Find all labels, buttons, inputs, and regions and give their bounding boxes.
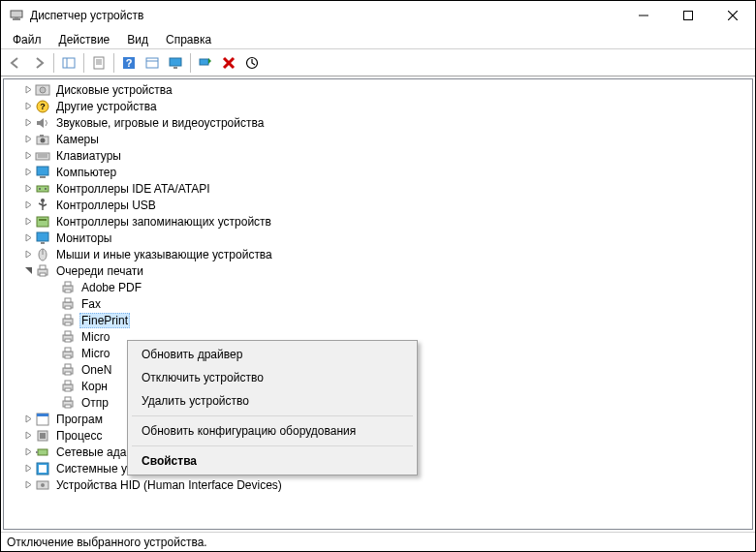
expand-icon[interactable]: [21, 462, 35, 475]
printer-icon: [60, 362, 76, 378]
context-menu-item[interactable]: Удалить устройство: [130, 389, 415, 413]
svg-rect-18: [173, 67, 177, 69]
minimize-button[interactable]: [621, 1, 666, 30]
tree-category-label: Другие устройства: [54, 100, 159, 113]
tree-category-label: Устройства HID (Human Interface Devices): [54, 478, 284, 492]
expand-icon[interactable]: [21, 445, 35, 459]
statusbar: Отключение выбранного устройства.: [1, 532, 755, 551]
tree-category[interactable]: Камеры: [4, 131, 752, 147]
toolbar-separator: [53, 53, 54, 73]
expand-icon[interactable]: [21, 166, 35, 179]
menu-help[interactable]: Справка: [158, 31, 219, 48]
tree-category-label: Процесс: [54, 429, 104, 443]
options-button[interactable]: [142, 52, 163, 74]
menu-file[interactable]: Файл: [5, 31, 49, 48]
context-menu-separator: [132, 445, 413, 446]
tree-category[interactable]: Контроллеры USB: [4, 197, 752, 213]
help-button[interactable]: ?: [118, 52, 140, 74]
svg-rect-43: [39, 219, 47, 221]
tree-category[interactable]: Мониторы: [4, 230, 752, 246]
printer-icon: [60, 296, 76, 312]
expand-icon[interactable]: [21, 199, 35, 212]
expand-icon[interactable]: [21, 248, 35, 261]
tree-device[interactable]: Fax: [4, 295, 752, 312]
expand-icon[interactable]: [21, 182, 35, 196]
tree-device-label: Micro: [79, 347, 111, 360]
tree-category[interactable]: Дисковые устройства: [4, 81, 752, 98]
tree-category-label: Мыши и иные указывающие устройства: [54, 248, 274, 261]
menubar: Файл Действие Вид Справка: [1, 30, 755, 49]
tree-category[interactable]: Клавиатуры: [4, 147, 752, 164]
expand-icon[interactable]: [21, 231, 35, 245]
tree-category[interactable]: Контроллеры IDE ATA/ATAPI: [4, 180, 752, 197]
update-button[interactable]: [241, 52, 263, 74]
maximize-button[interactable]: [666, 1, 710, 30]
scan-button[interactable]: [195, 52, 216, 74]
expand-icon[interactable]: [21, 133, 35, 146]
tree-category-label: Мониторы: [54, 231, 113, 245]
printer-icon: [60, 346, 76, 361]
svg-rect-1: [13, 18, 20, 20]
app-icon: [9, 8, 24, 23]
collapse-icon[interactable]: [21, 264, 35, 278]
other-icon: ?: [35, 99, 50, 114]
program-icon: [35, 412, 50, 427]
tree-category[interactable]: Контроллеры запоминающих устройств: [4, 213, 752, 230]
tree-category-label: Контроллеры USB: [54, 199, 158, 212]
ide-icon: [35, 181, 50, 197]
expand-icon[interactable]: [21, 478, 35, 492]
tree-category[interactable]: ?Другие устройства: [4, 98, 752, 114]
tree-category-label: Контроллеры запоминающих устройств: [54, 215, 273, 229]
show-hide-button[interactable]: [58, 52, 79, 74]
tree-category[interactable]: Компьютер: [4, 164, 752, 180]
tree-category-label: Очереди печати: [54, 264, 145, 278]
expand-icon[interactable]: [21, 429, 35, 443]
expand-icon[interactable]: [21, 83, 35, 97]
svg-rect-76: [37, 414, 48, 416]
printer-icon: [60, 329, 76, 345]
tree-category-label: Програм: [54, 413, 105, 426]
statusbar-text: Отключение выбранного устройства.: [7, 536, 207, 549]
expand-icon[interactable]: [21, 413, 35, 426]
camera-icon: [35, 132, 50, 147]
menu-action[interactable]: Действие: [51, 31, 118, 48]
keyboard-icon: [35, 148, 50, 164]
context-menu-item[interactable]: Свойства: [130, 449, 415, 473]
tree-device-label: Отпр: [79, 396, 110, 410]
back-button[interactable]: [5, 52, 26, 74]
tree-category[interactable]: Звуковые, игровые и видеоустройства: [4, 114, 752, 131]
expand-icon[interactable]: [21, 116, 35, 130]
context-menu-item[interactable]: Обновить конфигурацию оборудования: [130, 419, 415, 443]
context-menu-item[interactable]: Обновить драйвер: [130, 343, 415, 366]
svg-point-24: [40, 87, 46, 93]
svg-text:?: ?: [126, 57, 133, 69]
svg-rect-62: [65, 339, 71, 342]
expand-icon[interactable]: [21, 215, 35, 229]
tree-category-label: Клавиатуры: [54, 149, 123, 163]
context-menu-item[interactable]: Отключить устройство: [130, 366, 415, 389]
tree-device[interactable]: FinePrint: [4, 312, 752, 328]
close-button[interactable]: [710, 1, 755, 30]
system-icon: [35, 461, 50, 476]
svg-rect-55: [65, 298, 71, 302]
properties-button[interactable]: [88, 52, 110, 74]
expand-icon[interactable]: [21, 149, 35, 163]
tree-category[interactable]: Устройства HID (Human Interface Devices): [4, 476, 752, 493]
svg-rect-34: [40, 176, 46, 178]
svg-rect-33: [37, 167, 48, 175]
menu-view[interactable]: Вид: [119, 31, 156, 48]
delete-button[interactable]: [218, 52, 239, 74]
tree-device-label: Корн: [79, 380, 110, 393]
cpu-icon: [35, 428, 50, 444]
tree-device-label: FinePrint: [79, 313, 130, 328]
tree-device-label: Adobe PDF: [79, 281, 143, 294]
forward-button[interactable]: [28, 52, 49, 74]
tree-category[interactable]: Мыши и иные указывающие устройства: [4, 246, 752, 262]
monitor-icon: [35, 230, 50, 246]
monitor-button[interactable]: [165, 52, 186, 74]
tree-category[interactable]: Очереди печати: [4, 262, 752, 279]
tree-device[interactable]: Adobe PDF: [4, 279, 752, 295]
svg-rect-2: [15, 17, 18, 18]
expand-icon[interactable]: [21, 100, 35, 113]
svg-rect-71: [65, 388, 71, 391]
